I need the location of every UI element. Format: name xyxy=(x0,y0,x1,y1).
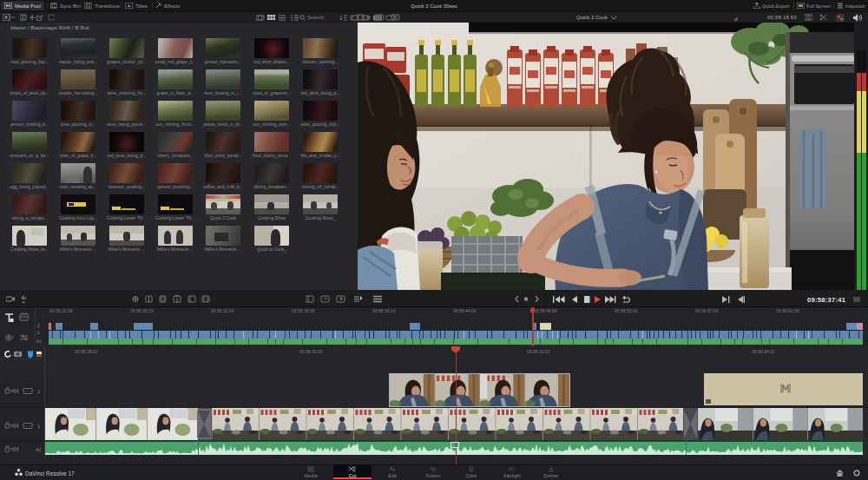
svg-text:2: 2 xyxy=(37,389,40,394)
svg-text:1: 1 xyxy=(37,424,40,429)
svg-text:A1: A1 xyxy=(36,447,41,452)
